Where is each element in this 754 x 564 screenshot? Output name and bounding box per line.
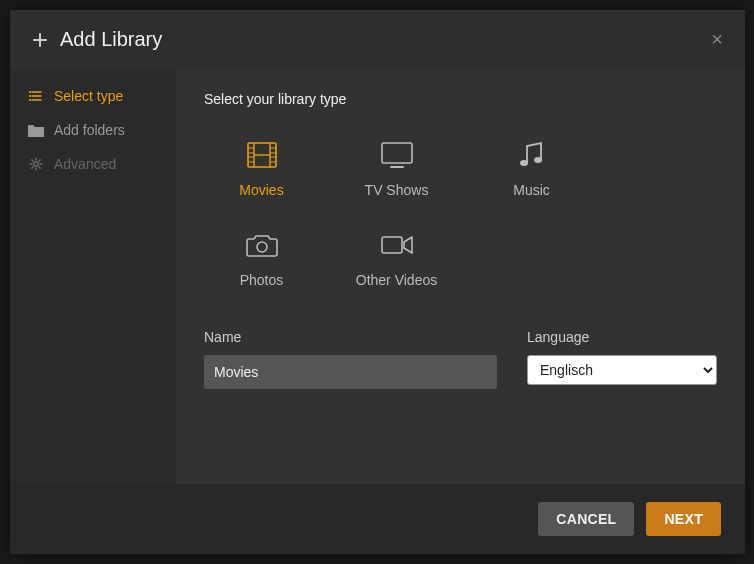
plus-icon [32, 32, 48, 48]
add-library-dialog: Add Library × Select type Add folders [10, 10, 745, 554]
svg-rect-16 [382, 143, 412, 163]
type-label: TV Shows [365, 182, 429, 198]
library-type-grid: Movies TV Shows Music [204, 129, 717, 299]
svg-point-20 [257, 242, 267, 252]
svg-rect-21 [382, 237, 402, 253]
cancel-button[interactable]: CANCEL [538, 502, 634, 536]
svg-point-2 [29, 99, 31, 101]
music-icon [519, 140, 545, 170]
type-movies[interactable]: Movies [204, 129, 319, 209]
name-label: Name [204, 329, 497, 345]
svg-point-19 [534, 157, 542, 163]
dialog-title: Add Library [60, 28, 162, 51]
section-title: Select your library type [204, 91, 717, 107]
camera-icon [246, 230, 278, 260]
svg-point-0 [29, 91, 31, 93]
folder-icon [28, 124, 44, 137]
step-label: Select type [54, 88, 123, 104]
step-label: Add folders [54, 122, 125, 138]
wizard-sidebar: Select type Add folders Advanced [10, 69, 176, 484]
step-add-folders[interactable]: Add folders [10, 113, 176, 147]
type-tvshows[interactable]: TV Shows [339, 129, 454, 209]
step-advanced[interactable]: Advanced [10, 147, 176, 181]
step-select-type[interactable]: Select type [10, 79, 176, 113]
gear-icon [28, 157, 44, 171]
type-music[interactable]: Music [474, 129, 589, 209]
language-label: Language [527, 329, 717, 345]
svg-point-1 [29, 95, 31, 97]
tv-icon [381, 140, 413, 170]
language-select[interactable]: Englisch [527, 355, 717, 385]
type-label: Movies [239, 182, 283, 198]
video-icon [381, 230, 413, 260]
svg-point-3 [34, 162, 38, 166]
close-icon[interactable]: × [711, 28, 723, 51]
film-icon [247, 140, 277, 170]
type-other-videos[interactable]: Other Videos [339, 219, 454, 299]
type-photos[interactable]: Photos [204, 219, 319, 299]
type-label: Music [513, 182, 550, 198]
dialog-footer: CANCEL NEXT [10, 484, 745, 554]
type-label: Photos [240, 272, 284, 288]
dialog-content: Select your library type Movies TV Shows [176, 69, 745, 484]
dialog-header: Add Library × [10, 10, 745, 69]
next-button[interactable]: NEXT [646, 502, 721, 536]
svg-point-18 [520, 160, 528, 166]
type-label: Other Videos [356, 272, 437, 288]
list-icon [28, 89, 44, 103]
name-input[interactable] [204, 355, 497, 389]
step-label: Advanced [54, 156, 116, 172]
